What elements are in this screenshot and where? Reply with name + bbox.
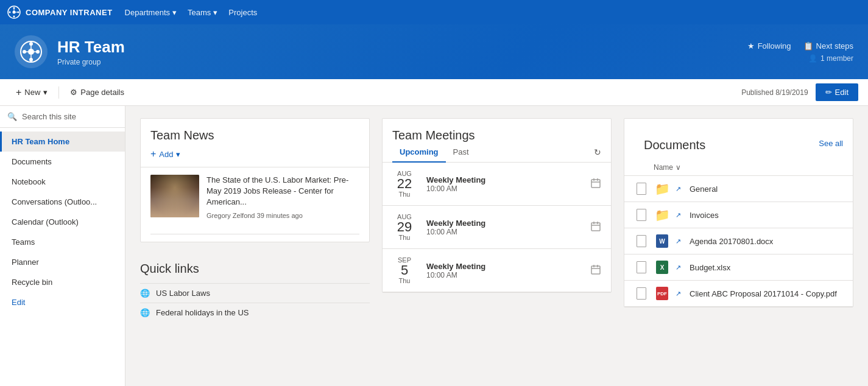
search-box[interactable]: 🔍 Search this site	[0, 106, 125, 128]
meeting-action-3[interactable]	[590, 264, 601, 277]
group-logo	[15, 35, 48, 68]
group-title: HR Team Private group	[57, 38, 125, 66]
doc-name-proposal: Client ABC Proposal 20171014 - Copy.pdf	[690, 289, 843, 298]
calendar-icon	[590, 264, 601, 275]
doc-row-proposal[interactable]: PDF ↗ Client ABC Proposal 20171014 - Cop…	[624, 281, 853, 307]
nav-projects[interactable]: Projects	[228, 8, 257, 17]
sidebar-item-planner[interactable]: Planner	[0, 252, 125, 272]
expand-icon[interactable]: ↗	[676, 185, 681, 193]
refresh-icon: ↻	[594, 147, 601, 157]
settings-icon: ⚙	[70, 88, 77, 97]
brand-label: COMPANY INTRANET	[26, 8, 113, 17]
see-all-link[interactable]: See all	[819, 139, 843, 148]
sidebar-item-notebook[interactable]: Notebook	[0, 172, 125, 192]
meeting-action-2[interactable]	[590, 221, 601, 234]
following-button[interactable]: ★ Following	[747, 41, 791, 51]
news-item[interactable]: The State of the U.S. Labor Market: Pre-…	[141, 167, 369, 226]
refresh-button[interactable]: ↻	[594, 142, 601, 162]
expand-icon[interactable]: ↗	[676, 290, 681, 298]
next-steps-button[interactable]: 📋 Next steps	[803, 41, 853, 51]
brand[interactable]: COMPANY INTRANET	[7, 5, 113, 19]
top-nav-links: Departments ▾ Teams ▾ Projects	[125, 8, 258, 17]
sidebar-item-recyclebin[interactable]: Recycle bin	[0, 272, 125, 292]
search-label: Search this site	[22, 112, 76, 121]
doc-row-invoices[interactable]: 📁 ↗ Invoices	[624, 202, 853, 228]
expand-icon[interactable]: ↗	[676, 237, 681, 245]
edit-button[interactable]: ✏ Edit	[816, 83, 858, 101]
team-meetings-title: Team Meetings	[383, 119, 611, 142]
tab-upcoming[interactable]: Upcoming	[392, 142, 446, 163]
sidebar-item-conversations[interactable]: Conversations (Outloo...	[0, 192, 125, 212]
star-icon: ★	[747, 41, 755, 51]
chevron-down-icon: ▾	[213, 8, 217, 17]
svg-rect-26	[591, 266, 600, 274]
sidebar-item-teams[interactable]: Teams	[0, 232, 125, 252]
team-news-panel: Team News + Add ▾ The State of the U.S. …	[140, 118, 370, 242]
search-icon: 🔍	[7, 112, 17, 121]
nav-teams[interactable]: Teams ▾	[188, 8, 217, 17]
hero-header: HR Team Private group ★ Following 📋 Next…	[0, 24, 868, 79]
doc-row-general[interactable]: 📁 ↗ General	[624, 176, 853, 202]
news-text: The State of the U.S. Labor Market: Pre-…	[206, 175, 359, 219]
nav-departments[interactable]: Departments ▾	[125, 8, 177, 17]
chevron-down-icon: ▾	[43, 88, 48, 97]
globe-icon: 🌐	[140, 289, 150, 298]
svg-point-9	[28, 49, 34, 55]
meeting-date-3: Sep 5 Thu	[392, 256, 417, 284]
meeting-action-1[interactable]	[590, 178, 601, 191]
top-nav: COMPANY INTRANET Departments ▾ Teams ▾ P…	[0, 0, 868, 24]
team-news-title: Team News	[141, 119, 369, 149]
toolbar-left: + New ▾ ⚙ Page details	[10, 83, 130, 102]
expand-icon[interactable]: ↗	[676, 264, 681, 272]
doc-row-budget[interactable]: X ↗ Budget.xlsx	[624, 254, 853, 281]
quick-link-2[interactable]: 🌐 Federal holidays in the US	[140, 303, 370, 322]
sidebar-item-edit[interactable]: Edit	[0, 292, 125, 312]
hero-actions: ★ Following 📋 Next steps 👤 1 member	[747, 41, 853, 63]
group-name: HR Team	[57, 38, 125, 57]
sidebar: 🔍 Search this site HR Team Home Document…	[0, 106, 125, 386]
tab-past[interactable]: Past	[446, 142, 476, 163]
svg-point-4	[13, 16, 15, 18]
meeting-row-3: Sep 5 Thu Weekly Meeting 10:00 AM	[383, 249, 611, 292]
pdf-icon-proposal: PDF	[655, 286, 669, 301]
sidebar-item-home[interactable]: HR Team Home	[0, 132, 125, 152]
svg-rect-18	[591, 180, 600, 188]
meeting-date-1: Aug 22 Thu	[392, 170, 417, 198]
brand-icon	[7, 5, 21, 19]
plus-icon: +	[150, 149, 156, 160]
docs-header: Documents See all	[624, 119, 853, 158]
sidebar-item-documents[interactable]: Documents	[0, 152, 125, 172]
group-logo-icon	[19, 40, 43, 63]
documents-panel: Documents See all Name ∨ 📁 ↗ General	[624, 118, 853, 307]
meeting-row-2: Aug 29 Thu Weekly Meeting 10:00 AM	[383, 206, 611, 249]
add-news-button[interactable]: + Add ▾	[141, 149, 369, 167]
folder-icon-invoices: 📁	[655, 208, 669, 222]
expand-icon[interactable]: ↗	[676, 211, 681, 219]
sort-icon: ∨	[676, 163, 681, 172]
docs-name-header[interactable]: Name ∨	[624, 158, 853, 176]
svg-point-5	[9, 12, 11, 13]
quick-link-1[interactable]: 🌐 US Labor Laws	[140, 283, 370, 303]
page-icon	[637, 287, 646, 300]
quick-links-title: Quick links	[140, 252, 370, 283]
sidebar-nav: HR Team Home Documents Notebook Conversa…	[0, 128, 125, 316]
news-divider	[150, 234, 359, 234]
toolbar-right: Published 8/19/2019 ✏ Edit	[741, 83, 858, 101]
page-icon	[637, 235, 646, 247]
doc-icon-general	[634, 181, 649, 196]
page-layout: 🔍 Search this site HR Team Home Document…	[0, 106, 868, 386]
new-button[interactable]: + New ▾	[10, 83, 54, 102]
meeting-info-1: Weekly Meeting 10:00 AM	[426, 175, 580, 193]
page-details-button[interactable]: ⚙ Page details	[64, 84, 130, 100]
calendar-icon	[590, 221, 601, 232]
sidebar-item-calendar[interactable]: Calendar (Outlook)	[0, 212, 125, 232]
chevron-down-icon: ▾	[172, 8, 177, 17]
column-1: Team News + Add ▾ The State of the U.S. …	[140, 118, 370, 322]
news-meta: Gregory Zelfond 39 minutes ago	[206, 212, 359, 219]
page-icon	[637, 261, 646, 273]
hero-action-row: ★ Following 📋 Next steps	[747, 41, 853, 51]
doc-icon-invoices	[634, 208, 649, 222]
published-status: Published 8/19/2019	[741, 88, 808, 97]
page-icon	[637, 209, 646, 221]
doc-row-agenda[interactable]: W ↗ Agenda 20170801.docx	[624, 228, 853, 254]
